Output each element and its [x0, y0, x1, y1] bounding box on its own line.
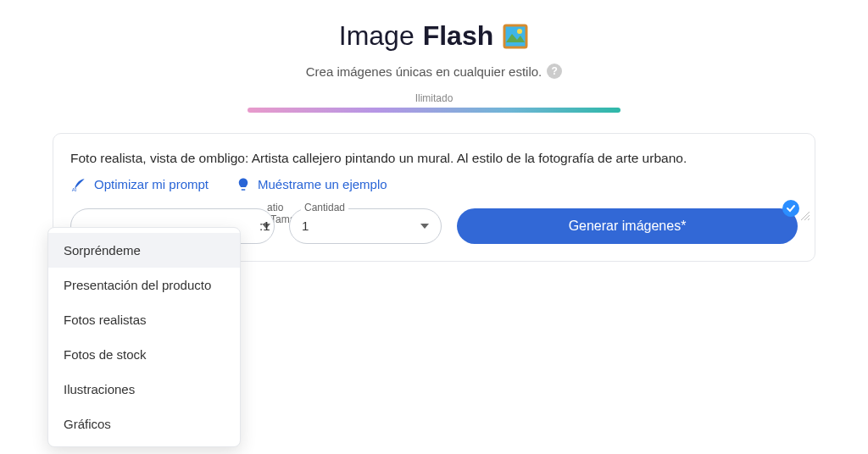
logo-picture-icon [502, 23, 529, 50]
dropdown-item[interactable]: Gráficos [48, 407, 240, 441]
usage-limit-label: Ilimitado [415, 92, 453, 104]
style-dropdown-menu: Sorpréndeme Presentación del producto Fo… [47, 227, 241, 447]
resize-handle-icon[interactable] [801, 208, 810, 224]
dropdown-item[interactable]: Sorpréndeme [48, 233, 240, 268]
show-example-label: Muéstrame un ejemplo [258, 177, 387, 191]
usage-progress-bar [248, 108, 620, 113]
subtitle-text: Crea imágenes únicas en cualquier estilo… [306, 64, 542, 79]
quantity-select-value: 1 [302, 219, 309, 233]
dropdown-item[interactable]: Fotos de stock [48, 337, 240, 372]
generate-images-button[interactable]: Generar imágenes* [457, 208, 798, 244]
optimize-prompt-label: Optimizar mi prompt [94, 177, 209, 191]
show-example-button[interactable]: Muéstrame un ejemplo [236, 177, 387, 192]
title-bold: Flash [423, 20, 494, 52]
page-title: ImageFlash [339, 20, 530, 52]
optimize-prompt-button[interactable]: AI Optimizar mi prompt [70, 176, 209, 193]
svg-point-1 [517, 29, 522, 34]
quantity-select-label: Cantidad [301, 202, 348, 213]
svg-text:AI: AI [72, 187, 77, 192]
validation-check-icon [782, 200, 799, 217]
dropdown-item[interactable]: Presentación del producto [48, 268, 240, 302]
feather-ai-icon: AI [70, 176, 87, 193]
quantity-select[interactable]: 1 [289, 208, 442, 244]
help-icon[interactable]: ? [547, 64, 562, 79]
dropdown-item[interactable]: Fotos realistas [48, 302, 240, 337]
lightbulb-icon [236, 177, 251, 192]
subtitle: Crea imágenes únicas en cualquier estilo… [306, 64, 563, 79]
chevron-down-icon [420, 224, 429, 229]
generator-card: Foto realista, vista de ombligo: Artista… [53, 133, 815, 262]
svg-rect-0 [504, 25, 526, 47]
title-light: Image [339, 20, 415, 52]
dropdown-item[interactable]: Ilustraciones [48, 372, 240, 407]
ratio-select-value: :1 (1024px x 1024... [259, 219, 275, 233]
prompt-textarea[interactable]: Foto realista, vista de ombligo: Artista… [70, 149, 798, 168]
